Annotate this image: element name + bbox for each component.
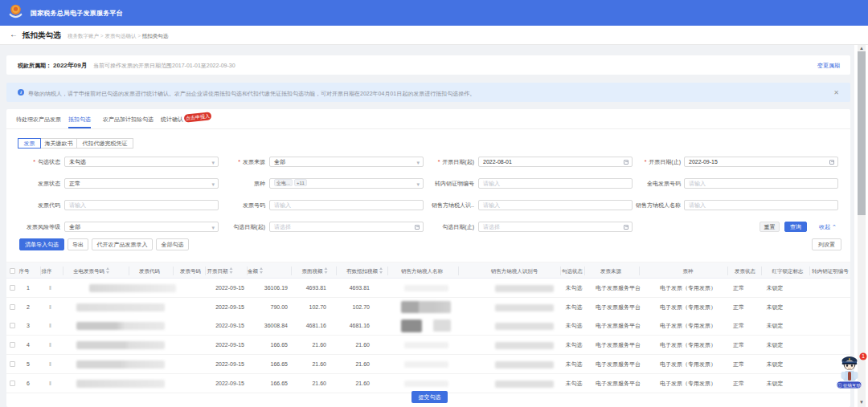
svg-text:ⓘ 征纳互动: ⓘ 征纳互动 (837, 383, 862, 388)
svg-text:1: 1 (862, 353, 865, 359)
